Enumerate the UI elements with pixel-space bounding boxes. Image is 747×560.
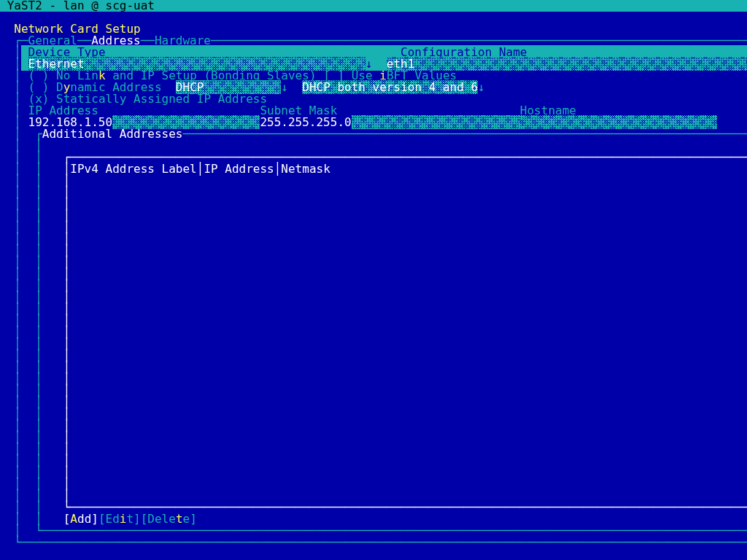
titlebar: YaST2 - lan @ scg-uat [0,0,747,12]
titlebar-text: YaST2 - lan @ scg-uat [7,0,155,12]
outer-frame-bottom: └───────────────────────────────────────… [0,537,747,548]
